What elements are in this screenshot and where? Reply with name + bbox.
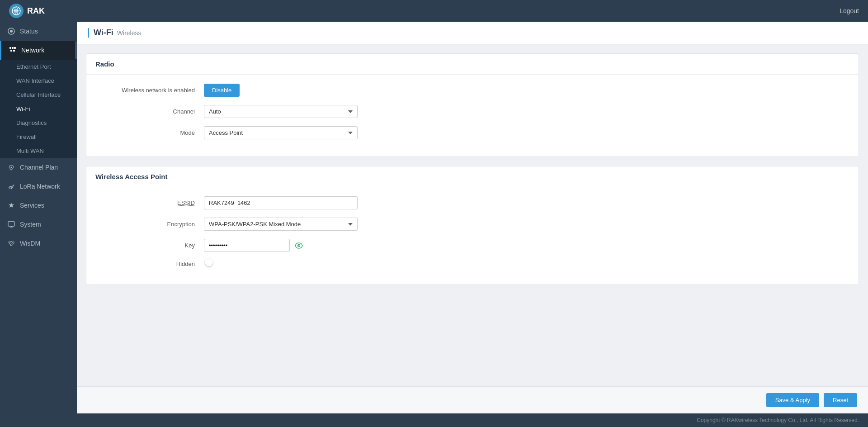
hidden-row: Hidden	[104, 260, 840, 267]
hidden-label: Hidden	[104, 261, 204, 267]
sidebar-item-system-label: System	[20, 221, 41, 228]
sidebar-item-system[interactable]: System	[0, 215, 77, 234]
disable-button[interactable]: Disable	[204, 84, 240, 97]
svg-point-10	[11, 167, 12, 168]
sidebar-item-network-label: Network	[21, 47, 44, 54]
sidebar-item-wisdm-label: WisDM	[20, 240, 40, 247]
show-password-icon[interactable]	[293, 240, 304, 251]
wireless-enabled-row: Wireless network is enabled Disable	[104, 84, 840, 97]
wap-section: Wireless Access Point ESSID Encryption	[86, 166, 859, 285]
svg-rect-5	[9, 47, 11, 49]
content-area: Wi-Fi Wireless Radio Wireless network is…	[77, 22, 868, 427]
wisdm-icon	[7, 239, 15, 247]
encryption-select[interactable]: WPA-PSK/WPA2-PSK Mixed Mode WPA2-PSK WPA…	[204, 218, 358, 231]
sidebar-network-submenu: Ethernet Port WAN Interface Cellular Int…	[0, 60, 77, 158]
page-content: Radio Wireless network is enabled Disabl…	[77, 44, 868, 386]
sidebar-item-cellular-interface[interactable]: Cellular Interface	[0, 88, 77, 102]
channel-select[interactable]: Auto 123 456 789 1011	[204, 105, 358, 118]
sidebar-item-firewall[interactable]: Firewall	[0, 130, 77, 144]
key-control	[204, 239, 304, 252]
key-row: Key	[104, 239, 840, 252]
toggle-thumb	[205, 258, 213, 266]
logo-text: RAK	[27, 6, 45, 16]
channel-row: Channel Auto 123 456 789 1011	[104, 105, 840, 118]
sidebar-item-services-label: Services	[20, 202, 44, 209]
mode-select[interactable]: Access Point Client Monitor	[204, 126, 358, 139]
footer-copyright: Copyright © RAKwireless Technology Co., …	[697, 417, 859, 423]
essid-input[interactable]	[204, 196, 358, 209]
sidebar-item-lora-network[interactable]: LoRa Network	[0, 177, 77, 196]
network-icon	[9, 46, 17, 54]
reset-button[interactable]: Reset	[824, 393, 857, 407]
sidebar-item-wisdm[interactable]: WisDM	[0, 234, 77, 253]
page-subtitle: Wireless	[117, 29, 142, 37]
sidebar-item-status[interactable]: Status	[0, 22, 77, 41]
channel-label: Channel	[104, 108, 204, 115]
action-bar: Save & Apply Reset	[77, 386, 868, 413]
sidebar-item-channel-plan-label: Channel Plan	[20, 164, 58, 171]
radio-section-header: Radio	[86, 54, 859, 75]
svg-point-11	[11, 188, 12, 189]
essid-label: ESSID	[104, 199, 204, 206]
logo: RAK	[9, 4, 45, 18]
sidebar-item-wifi[interactable]: Wi-Fi	[0, 102, 77, 116]
logo-icon	[9, 4, 24, 18]
encryption-label: Encryption	[104, 221, 204, 228]
page-title: Wi-Fi	[88, 28, 113, 38]
svg-rect-12	[8, 222, 14, 226]
sidebar-item-multi-wan[interactable]: Multi WAN	[0, 144, 77, 158]
svg-rect-7	[14, 47, 16, 49]
mode-label: Mode	[104, 129, 204, 136]
essid-control	[204, 196, 358, 209]
svg-rect-6	[12, 47, 14, 49]
wireless-enabled-control: Disable	[204, 84, 358, 97]
sidebar-item-ethernet-port[interactable]: Ethernet Port	[0, 60, 77, 74]
svg-point-4	[10, 30, 13, 33]
sidebar-item-network[interactable]: Network ‹	[0, 41, 77, 60]
radio-section: Radio Wireless network is enabled Disabl…	[86, 53, 859, 157]
mode-row: Mode Access Point Client Monitor	[104, 126, 840, 139]
page-header: Wi-Fi Wireless	[77, 22, 868, 44]
sidebar-item-diagnostics[interactable]: Diagnostics	[0, 116, 77, 130]
encryption-control: WPA-PSK/WPA2-PSK Mixed Mode WPA2-PSK WPA…	[204, 218, 358, 231]
wap-section-header: Wireless Access Point	[86, 166, 859, 187]
channel-plan-icon	[7, 163, 15, 171]
key-input[interactable]	[204, 239, 290, 252]
hidden-control	[204, 260, 358, 267]
wap-section-body: ESSID Encryption WPA-PSK/WPA2-PSK Mixed …	[86, 187, 859, 285]
footer: Copyright © RAKwireless Technology Co., …	[77, 413, 868, 427]
essid-row: ESSID	[104, 196, 840, 209]
key-label: Key	[104, 242, 204, 249]
radio-section-body: Wireless network is enabled Disable Chan…	[86, 75, 859, 157]
save-apply-button[interactable]: Save & Apply	[766, 393, 819, 407]
sidebar-collapse-button[interactable]: ‹	[75, 41, 77, 59]
system-icon	[7, 220, 15, 228]
wireless-enabled-label: Wireless network is enabled	[104, 87, 204, 94]
encryption-row: Encryption WPA-PSK/WPA2-PSK Mixed Mode W…	[104, 218, 840, 231]
mode-control: Access Point Client Monitor	[204, 126, 358, 139]
svg-rect-9	[13, 50, 15, 52]
logout-button[interactable]: Logout	[840, 7, 859, 14]
sidebar-item-lora-network-label: LoRa Network	[20, 183, 60, 190]
topbar: RAK Logout	[0, 0, 868, 22]
svg-point-15	[10, 244, 12, 246]
svg-rect-8	[10, 50, 12, 52]
sidebar-item-channel-plan[interactable]: Channel Plan	[0, 158, 77, 177]
sidebar-item-services[interactable]: Services	[0, 196, 77, 215]
channel-control: Auto 123 456 789 1011	[204, 105, 358, 118]
lora-network-icon	[7, 182, 15, 190]
sidebar: Status Network ‹ Ethernet Port W	[0, 22, 77, 427]
sidebar-item-wan-interface[interactable]: WAN Interface	[0, 74, 77, 88]
main-layout: Status Network ‹ Ethernet Port W	[0, 22, 868, 427]
svg-point-17	[298, 245, 299, 246]
sidebar-item-status-label: Status	[20, 28, 38, 35]
status-icon	[7, 27, 15, 35]
services-icon	[7, 201, 15, 209]
